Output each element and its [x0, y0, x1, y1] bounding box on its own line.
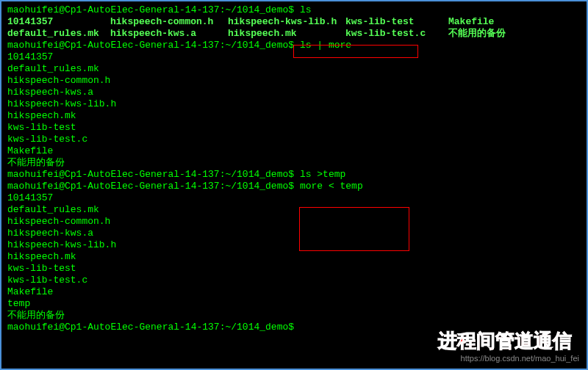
command-line-ls: maohuifei@Cp1-AutoElec-General-14-137:~/…	[7, 4, 581, 16]
ls-item: kws-lib-test	[345, 16, 448, 28]
ls-item: Makefile	[448, 16, 494, 28]
list-item: kws-lib-test.c	[7, 275, 581, 286]
prompt: maohuifei@Cp1-AutoElec-General-14-137:~/…	[7, 181, 294, 192]
list-item: hikspeech-kws-lib.h	[7, 98, 581, 110]
list-item: Makefile	[7, 145, 581, 157]
list-item: 10141357	[7, 192, 581, 204]
ls-item: default_rules.mk	[7, 28, 110, 40]
prompt: maohuifei@Cp1-AutoElec-General-14-137:~/…	[7, 169, 294, 180]
command-line-ls-more: maohuifei@Cp1-AutoElec-General-14-137:~/…	[7, 40, 581, 51]
ls-row-1: 10141357hikspeech-common.hhikspeech-kws-…	[7, 16, 581, 28]
command-text: ls	[300, 4, 312, 15]
ls-item: 10141357	[7, 16, 110, 28]
list-item: hikspeech.mk	[7, 110, 581, 122]
list-item: kws-lib-test.c	[7, 134, 581, 145]
prompt: maohuifei@Cp1-AutoElec-General-14-137:~/…	[7, 322, 294, 333]
annotation-label: 进程间管道通信	[438, 335, 572, 347]
list-item: hikspeech.mk	[7, 251, 581, 263]
list-item: kws-lib-test	[7, 263, 581, 275]
ls-item: hikspeech-common.h	[110, 16, 228, 28]
command-text: ls >temp	[300, 169, 345, 180]
list-item: hikspeech-kws.a	[7, 87, 581, 98]
command-line-ls-temp: maohuifei@Cp1-AutoElec-General-14-137:~/…	[7, 169, 581, 181]
watermark: https://blog.csdn.net/mao_hui_fei	[461, 352, 579, 364]
list-item: hikspeech-kws.a	[7, 228, 581, 239]
list-item: default_rules.mk	[7, 63, 581, 75]
list-item: temp	[7, 298, 581, 310]
list-item: kws-lib-test	[7, 122, 581, 134]
list-item: 10141357	[7, 51, 581, 63]
ls-item: 不能用的备份	[448, 28, 506, 40]
terminal[interactable]: maohuifei@Cp1-AutoElec-General-14-137:~/…	[1, 1, 587, 336]
ls-item: hikspeech.mk	[228, 28, 345, 40]
ls-row-2: default_rules.mkhikspeech-kws.ahikspeech…	[7, 28, 581, 40]
command-text: ls | more	[300, 40, 351, 51]
list-item: 不能用的备份	[7, 157, 581, 169]
list-item: hikspeech-common.h	[7, 216, 581, 228]
prompt: maohuifei@Cp1-AutoElec-General-14-137:~/…	[7, 4, 294, 15]
ls-item: hikspeech-kws.a	[110, 28, 228, 40]
list-item: default_rules.mk	[7, 204, 581, 216]
list-item: hikspeech-kws-lib.h	[7, 239, 581, 251]
ls-item: kws-lib-test.c	[345, 28, 448, 40]
prompt: maohuifei@Cp1-AutoElec-General-14-137:~/…	[7, 40, 294, 51]
ls-item: hikspeech-kws-lib.h	[228, 16, 345, 28]
list-item: hikspeech-common.h	[7, 75, 581, 87]
list-item: Makefile	[7, 286, 581, 298]
list-item: 不能用的备份	[7, 310, 581, 322]
command-text: more < temp	[300, 181, 363, 192]
command-line-more-temp: maohuifei@Cp1-AutoElec-General-14-137:~/…	[7, 181, 581, 192]
